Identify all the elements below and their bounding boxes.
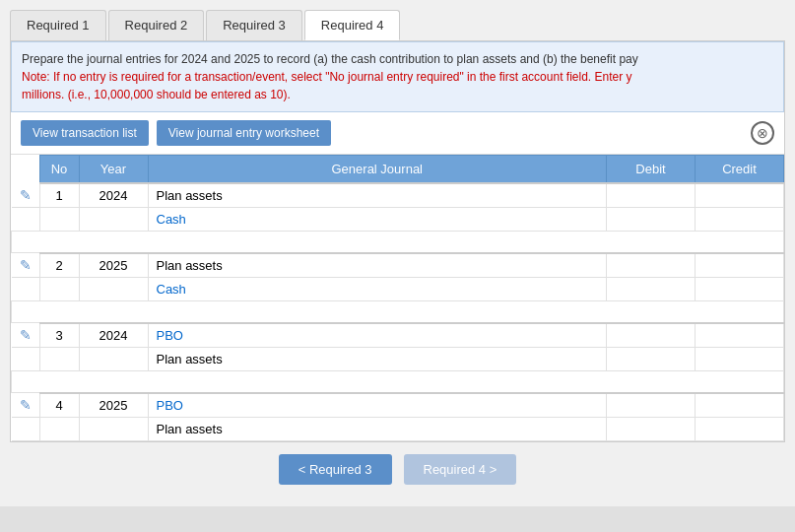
row-year <box>79 208 148 232</box>
edit-icon-4[interactable]: ✎ <box>12 393 40 418</box>
journal-table: No Year General Journal Debit Credit ✎ 1… <box>11 155 784 441</box>
row-no: 3 <box>39 323 79 348</box>
row-debit[interactable] <box>607 278 696 301</box>
instruction-main: Prepare the journal entries for 2024 and… <box>22 52 638 66</box>
row-year: 2024 <box>79 323 148 348</box>
col-header-general-journal: General Journal <box>148 156 607 184</box>
table-row: ✎ 2 2025 Plan assets <box>12 253 784 278</box>
table-row-spacer <box>12 301 784 323</box>
tab-required-4[interactable]: Required 4 <box>304 10 401 40</box>
tab-required-3[interactable]: Required 3 <box>206 10 302 40</box>
edit-icon-blank <box>12 208 40 232</box>
edit-icon-blank <box>12 418 40 441</box>
tabs: Required 1 Required 2 Required 3 Require… <box>10 10 785 40</box>
row-credit[interactable] <box>696 393 784 418</box>
row-debit[interactable] <box>607 183 696 208</box>
row-credit[interactable] <box>696 348 784 371</box>
instruction-note: Note: If no entry is required for a tran… <box>22 70 632 84</box>
row-no <box>39 208 79 232</box>
col-header-year: Year <box>79 156 148 184</box>
table-row: Plan assets <box>12 348 784 371</box>
col-header-no: No <box>39 156 79 184</box>
row-year <box>79 348 148 371</box>
edit-icon-1[interactable]: ✎ <box>12 183 40 208</box>
table-row: Cash <box>12 208 784 232</box>
row-year: 2025 <box>79 393 148 418</box>
row-entry[interactable]: Cash <box>148 208 607 232</box>
row-credit[interactable] <box>696 323 784 348</box>
row-no <box>39 348 79 371</box>
row-debit[interactable] <box>607 323 696 348</box>
row-no <box>39 278 79 301</box>
tab-required-2[interactable]: Required 2 <box>108 10 205 40</box>
row-entry[interactable]: PBO <box>148 393 607 418</box>
row-entry[interactable]: Plan assets <box>148 418 607 441</box>
row-debit[interactable] <box>607 418 696 441</box>
edit-icon-2[interactable]: ✎ <box>12 253 40 278</box>
row-entry[interactable]: Plan assets <box>148 348 607 371</box>
row-no <box>39 418 79 441</box>
tab-required-1[interactable]: Required 1 <box>10 10 106 40</box>
table-row: ✎ 1 2024 Plan assets <box>12 183 784 208</box>
col-header-credit: Credit <box>696 156 784 184</box>
view-journal-entry-button[interactable]: View journal entry worksheet <box>157 120 331 146</box>
row-entry[interactable]: Plan assets <box>148 253 607 278</box>
row-credit[interactable] <box>696 418 784 441</box>
row-credit[interactable] <box>696 278 784 301</box>
row-no: 4 <box>39 393 79 418</box>
row-year: 2025 <box>79 253 148 278</box>
col-header-edit <box>12 156 40 184</box>
edit-icon-blank <box>12 278 40 301</box>
prev-required-button[interactable]: < Required 3 <box>279 454 392 485</box>
table-row-spacer <box>12 232 784 253</box>
row-credit[interactable] <box>696 208 784 232</box>
row-no: 2 <box>39 253 79 278</box>
row-entry[interactable]: Cash <box>148 278 607 301</box>
row-year <box>79 278 148 301</box>
edit-icon-blank <box>12 348 40 371</box>
row-debit[interactable] <box>607 348 696 371</box>
outer-container: Required 1 Required 2 Required 3 Require… <box>0 0 795 506</box>
col-header-debit: Debit <box>607 156 696 184</box>
footer-navigation: < Required 3 Required 4 > <box>10 442 785 497</box>
main-content: Prepare the journal entries for 2024 and… <box>10 40 785 442</box>
table-row: Cash <box>12 278 784 301</box>
row-credit[interactable] <box>696 253 784 278</box>
row-credit[interactable] <box>696 183 784 208</box>
instruction-note2: millions. (i.e., 10,000,000 should be en… <box>22 88 291 101</box>
close-button[interactable]: ⊗ <box>751 121 774 145</box>
row-debit[interactable] <box>607 208 696 232</box>
row-year <box>79 418 148 441</box>
table-row: ✎ 3 2024 PBO <box>12 323 784 348</box>
instructions-panel: Prepare the journal entries for 2024 and… <box>11 41 784 112</box>
next-required-button: Required 4 > <box>404 454 517 485</box>
row-entry[interactable]: Plan assets <box>148 183 607 208</box>
table-row: ✎ 4 2025 PBO <box>12 393 784 418</box>
edit-icon-3[interactable]: ✎ <box>12 323 40 348</box>
row-debit[interactable] <box>607 253 696 278</box>
row-debit[interactable] <box>607 393 696 418</box>
row-year: 2024 <box>79 183 148 208</box>
view-transaction-list-button[interactable]: View transaction list <box>21 120 149 146</box>
row-entry[interactable]: PBO <box>148 323 607 348</box>
toolbar: View transaction list View journal entry… <box>11 112 784 155</box>
table-row: Plan assets <box>12 418 784 441</box>
table-row-spacer <box>12 371 784 393</box>
row-no: 1 <box>39 183 79 208</box>
